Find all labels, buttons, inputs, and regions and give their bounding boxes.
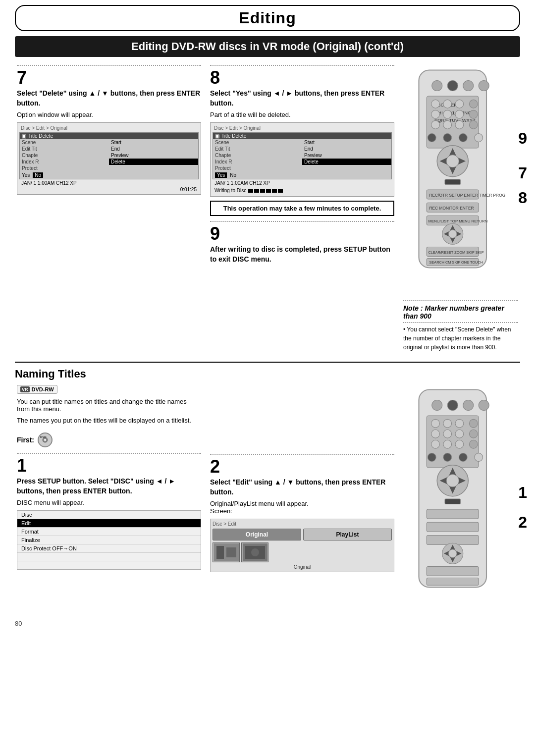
bottom-section: VR DVD-RW You can put title names on tit… [15,384,520,615]
step8-warning: This operation may take a few minutes to… [210,201,394,216]
op-buttons: Original PlayList [213,529,392,540]
svg-point-17 [469,100,478,108]
dvd-rw-badge: VR DVD-RW [17,385,57,394]
step2-title: Select "Edit" using ▲ / ▼ buttons, then … [210,478,394,497]
note-section: Note : Marker numbers greater than 900 •… [403,300,518,352]
svg-point-24 [455,120,464,129]
step7-number: 7 [17,69,201,87]
svg-point-28 [459,134,467,142]
naming-remote-svg [403,384,507,613]
svg-rect-93 [427,522,479,532]
svg-point-80 [469,440,478,448]
step2-badge-right: 2 [518,513,527,532]
svg-point-25 [469,120,478,129]
step8-title: Select "Yes" using ◄ / ► buttons, then p… [210,89,394,108]
svg-text:DVD: DVD [40,435,47,438]
naming-titles-heading: Naming Titles [15,368,520,380]
svg-point-2 [447,81,458,91]
remote-wrapper: ABC DEF GHI JKL MNO PQRS TUV WXYZ [403,65,512,295]
step7-menu-label: Title Delete [28,133,53,139]
top-right-col: ABC DEF GHI JKL MNO PQRS TUV WXYZ [401,65,520,352]
step7-screen: Disc > Edit > Original ▣ Title Delete Sc… [17,122,201,195]
svg-point-100 [448,549,457,558]
svg-point-71 [455,419,464,428]
step7-screen-header: Disc > Edit > Original [19,125,199,131]
step9-title: After writing to disc is completed, pres… [210,245,394,264]
disc-menu-format: Format [17,528,201,536]
step7-yes: Yes [22,172,30,178]
step8-row4: Index R Delete [213,159,391,165]
svg-point-22 [431,120,440,129]
svg-rect-59 [226,547,236,557]
playlist-btn[interactable]: PlayList [303,529,392,540]
naming-remote-wrapper: 1 2 [403,384,512,615]
svg-point-78 [443,440,452,448]
step1-title: Press SETUP button. Select "DISC" using … [17,477,201,496]
svg-rect-102 [427,578,479,586]
page-subtitle: Editing DVD-RW discs in VR mode (Origina… [15,36,520,57]
dvd-rw-label: DVD-RW [32,386,54,392]
note-content: You cannot select "Scene Delete" when th… [403,326,511,351]
svg-point-3 [463,81,474,91]
svg-point-72 [469,419,478,428]
svg-point-81 [428,453,436,462]
op-thumbnails [213,542,392,562]
step2-screen-header: Disc > Edit [213,521,392,527]
step1-number: 1 [17,457,201,475]
step7-menu-icon: ▣ [22,133,26,139]
op-footer-label: Original [213,564,392,570]
page-title: Editing [15,5,520,31]
step8-menu-icon: ▣ [215,133,219,139]
section-divider [15,362,520,363]
step8-date: JAN/ 1 1:00AM CH12 XP [214,180,270,186]
svg-point-29 [475,134,483,142]
svg-point-74 [443,430,452,438]
step8-row3: Chapte Preview [213,152,391,159]
step7-date: JAN/ 1 1:00AM CH12 XP [21,180,77,186]
svg-point-79 [455,440,464,448]
disc-menu-disc: Disc [17,511,201,519]
disc-menu-edit: Edit [17,519,201,528]
step8-yes: Yes [215,172,227,178]
svg-point-14 [431,100,440,108]
disc-menu-protect: Disc Protect OFF→ON [17,544,201,553]
thumb2-svg [243,543,268,561]
svg-point-84 [475,453,483,462]
step7-menu: ▣ Title Delete Scene Start Edit Tit End … [19,132,199,179]
step1-screen: Disc Edit Format Finalize Disc Protect O… [17,510,201,570]
step8-row5: Protect [213,165,391,171]
naming-right-col: 1 2 [401,384,520,615]
step7-menu-title: ▣ Title Delete [20,133,198,139]
svg-point-48 [448,230,457,238]
original-btn[interactable]: Original [213,529,301,540]
note-divider [403,322,518,323]
svg-point-90 [446,475,459,487]
divider-step1 [17,453,201,454]
step7-title: Select "Delete" using ▲ / ▼ buttons, the… [17,89,201,108]
step9-number: 9 [210,225,394,243]
writing-text: Writing to Disc [214,188,246,193]
step8-badge-right: 8 [518,189,527,207]
svg-point-77 [431,440,440,448]
disc-menu-empty1 [17,553,201,561]
thumb1-svg [214,543,239,561]
svg-point-83 [459,453,467,462]
step1-badge-right: 1 [518,484,527,502]
step7-desc: Option window will appear. [17,111,201,118]
disc-icon: DVD [37,432,53,448]
step7-time: 0:01:25 [19,187,199,192]
step8-menu: ▣ Title Delete Scene Start Edit Tit End … [213,132,392,179]
svg-text:CLEAR/RESET ZOOM  SKIP  SKIP: CLEAR/RESET ZOOM SKIP SKIP [428,250,483,255]
svg-point-35 [446,155,459,167]
svg-point-15 [443,100,452,108]
svg-point-4 [479,81,489,91]
note-text: • You cannot select "Scene Delete" when … [403,325,518,352]
naming-desc2: The names you put on the titles will be … [17,417,201,424]
step7-screen-bottom: JAN/ 1 1:00AM CH12 XP [19,179,199,187]
svg-point-70 [443,419,452,428]
thumb1 [213,542,240,562]
divider-step2 [210,454,394,455]
first-text: First: [17,436,34,444]
svg-rect-58 [216,546,224,559]
svg-point-76 [469,430,478,438]
